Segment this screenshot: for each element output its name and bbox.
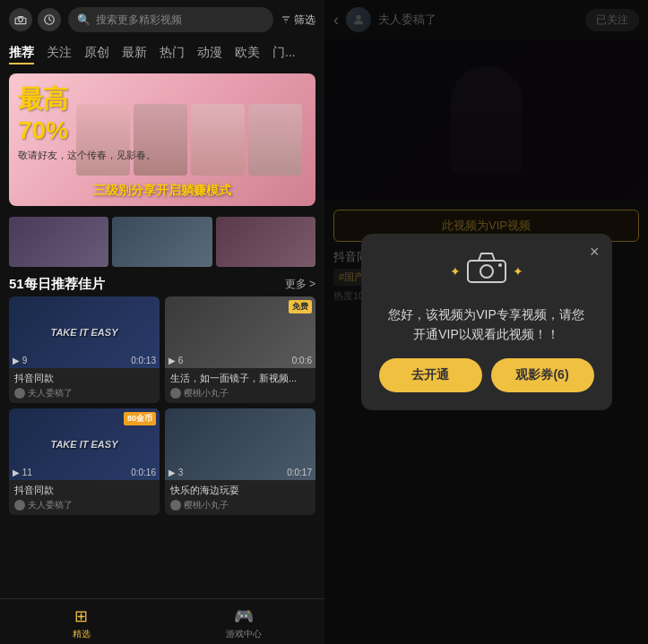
svg-point-0 <box>19 18 23 22</box>
banner-subtitle: 敬请好友，这个传春，见影春。 <box>18 149 156 162</box>
video-info-2: 生活，如一面镜子，新视频... 樱桃小丸子 <box>165 368 315 403</box>
search-placeholder: 搜索更多精彩视频 <box>96 13 182 28</box>
video-name-2: 生活，如一面镜子，新视频... <box>170 372 310 385</box>
search-icon: 🔍 <box>77 13 91 26</box>
banner[interactable]: 最高 70% 敬请好友，这个传春，见影春。 三级别分享开启躺赚模式 <box>9 73 315 206</box>
video-info-4: 快乐的海边玩耍 樱桃小丸子 <box>165 480 315 515</box>
modal-buttons: 去开通 观影券(6) <box>379 358 594 392</box>
bottom-nav-label-game: 游戏中心 <box>226 628 262 640</box>
tab-western[interactable]: 欧美 <box>235 45 260 64</box>
banner-content: 最高 70% 敬请好友，这个传春，见影春。 <box>18 82 156 162</box>
author-avatar-sm-4 <box>170 500 181 511</box>
modal-camera-icon <box>466 252 507 292</box>
tab-more[interactable]: 门... <box>272 45 296 64</box>
right-panel: ‹ 夫人委稿了 已关注 × ✦ <box>324 0 648 644</box>
video-stats-1: ▶ 9 0:0:13 <box>13 356 156 365</box>
author-name-3: 夫人委稿了 <box>28 499 73 511</box>
nav-tabs: 推荐 关注 原创 最新 热门 动漫 欧美 门... <box>0 39 324 70</box>
tab-anime[interactable]: 动漫 <box>197 45 222 64</box>
filter-icon <box>281 14 291 25</box>
video-author-2: 樱桃小丸子 <box>170 387 310 399</box>
video-duration-1: 0:0:13 <box>131 356 156 365</box>
bottom-nav-selected[interactable]: ⊞ 精选 <box>0 599 162 644</box>
camera-icon[interactable] <box>9 8 32 31</box>
history-icon[interactable] <box>38 8 61 31</box>
video-title-overlay-1: TAKE IT EASY <box>51 327 118 338</box>
coupon-button[interactable]: 观影券(6) <box>491 358 594 392</box>
bottom-nav-game[interactable]: 🎮 游戏中心 <box>162 599 324 644</box>
tab-follow[interactable]: 关注 <box>47 45 72 64</box>
video-thumb-1: TAKE IT EASY ▶ 9 0:0:13 <box>9 296 160 368</box>
video-card-1[interactable]: TAKE IT EASY ▶ 9 0:0:13 抖音同款 夫人委稿了 <box>9 296 160 403</box>
video-duration-2: 0:0:6 <box>292 356 312 365</box>
thumb-item-1[interactable] <box>9 217 108 267</box>
video-stats-3: ▶ 11 0:0:16 <box>13 468 156 477</box>
video-views-2: ▶ 6 <box>168 356 183 365</box>
video-name-4: 快乐的海边玩耍 <box>170 484 310 497</box>
video-card-2[interactable]: 免费 ▶ 6 0:0:6 生活，如一面镜子，新视频... 樱桃小丸子 <box>165 296 315 403</box>
sparkle-left-icon: ✦ <box>450 264 461 279</box>
thumb-item-3[interactable] <box>216 217 315 267</box>
author-avatar-sm-1 <box>14 388 25 399</box>
svg-point-8 <box>498 263 502 267</box>
video-badge-3: 80金币 <box>124 412 156 425</box>
modal-close-button[interactable]: × <box>590 243 600 262</box>
thumb-item-2[interactable] <box>112 217 212 267</box>
video-badge-2: 免费 <box>289 300 312 313</box>
tab-original[interactable]: 原创 <box>84 45 109 64</box>
author-avatar-sm-3 <box>14 500 25 511</box>
video-card-4[interactable]: ▶ 3 0:0:17 快乐的海边玩耍 樱桃小丸子 <box>165 408 315 515</box>
girl-avatar-3 <box>191 104 245 176</box>
tab-latest[interactable]: 最新 <box>122 45 147 64</box>
home-icon: ⊞ <box>74 606 88 626</box>
game-icon: 🎮 <box>234 606 254 626</box>
video-info-3: 抖音同款 夫人委稿了 <box>9 480 160 515</box>
video-duration-3: 0:0:16 <box>131 468 156 477</box>
video-views-4: ▶ 3 <box>168 468 183 477</box>
video-name-3: 抖音同款 <box>14 484 154 497</box>
modal-overlay: × ✦ ✦ 您好，该视频为VIP专享视频，请您 开通VIP以观看此视频！！ 去开… <box>324 0 648 644</box>
girl-avatar-4 <box>248 104 302 176</box>
bottom-nav-label-selected: 精选 <box>73 628 91 640</box>
filter-button[interactable]: 筛选 <box>281 13 315 28</box>
tab-hot[interactable]: 热门 <box>160 45 185 64</box>
banner-percent: 最高 70% <box>18 82 156 145</box>
video-author-3: 夫人委稿了 <box>14 499 154 511</box>
svg-point-7 <box>480 265 493 278</box>
video-stats-2: ▶ 6 0:0:6 <box>168 356 312 365</box>
video-author-4: 樱桃小丸子 <box>170 499 310 511</box>
top-bar-icons <box>9 8 61 31</box>
video-thumb-3: 80金币 TAKE IT EASY ▶ 11 0:0:16 <box>9 408 160 480</box>
modal-icon-area: ✦ ✦ <box>379 252 594 292</box>
video-title-overlay-3: TAKE IT EASY <box>51 439 118 450</box>
section-header: 51每日推荐佳片 更多 > <box>0 270 324 296</box>
video-views-1: ▶ 9 <box>13 356 27 365</box>
left-panel: 🔍 搜索更多精彩视频 筛选 推荐 关注 原创 最新 热门 动漫 欧美 门... … <box>0 0 324 644</box>
video-duration-4: 0:0:17 <box>287 468 312 477</box>
open-vip-button[interactable]: 去开通 <box>379 358 482 392</box>
more-button[interactable]: 更多 > <box>285 277 315 292</box>
video-thumb-4: ▶ 3 0:0:17 <box>165 408 315 480</box>
sparkle-right-icon: ✦ <box>513 264 523 279</box>
video-author-1: 夫人委稿了 <box>14 387 154 399</box>
section-title: 51每日推荐佳片 <box>9 276 105 293</box>
video-stats-4: ▶ 3 0:0:17 <box>168 468 312 477</box>
video-thumb-2: 免费 ▶ 6 0:0:6 <box>165 296 315 368</box>
author-name-4: 樱桃小丸子 <box>184 499 229 511</box>
author-avatar-sm-2 <box>170 388 181 399</box>
banner-bottom-text: 三级别分享开启躺赚模式 <box>9 183 315 199</box>
video-name-1: 抖音同款 <box>14 372 154 385</box>
top-bar: 🔍 搜索更多精彩视频 筛选 <box>0 0 324 39</box>
bottom-nav: ⊞ 精选 🎮 游戏中心 <box>0 598 324 644</box>
modal-message: 您好，该视频为VIP专享视频，请您 开通VIP以观看此视频！！ <box>379 305 594 345</box>
author-name-1: 夫人委稿了 <box>28 387 73 399</box>
search-box[interactable]: 🔍 搜索更多精彩视频 <box>68 7 273 32</box>
vip-modal: × ✦ ✦ 您好，该视频为VIP专享视频，请您 开通VIP以观看此视频！！ 去开… <box>361 234 612 411</box>
tab-recommended[interactable]: 推荐 <box>9 45 34 64</box>
video-views-3: ▶ 11 <box>13 468 32 477</box>
author-name-2: 樱桃小丸子 <box>184 387 229 399</box>
thumbnail-row <box>0 213 324 270</box>
video-card-3[interactable]: 80金币 TAKE IT EASY ▶ 11 0:0:16 抖音同款 夫人委稿了 <box>9 408 160 515</box>
video-info-1: 抖音同款 夫人委稿了 <box>9 368 160 403</box>
filter-label: 筛选 <box>294 13 315 28</box>
